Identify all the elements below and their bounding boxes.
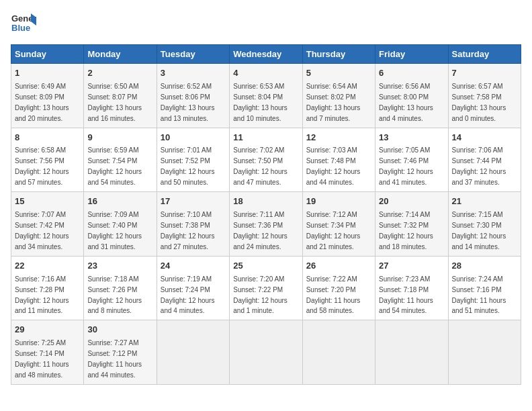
- calendar-cell: [157, 320, 229, 385]
- calendar-cell: 10 Sunrise: 7:01 AM Sunset: 7:52 PM Dayl…: [157, 128, 229, 192]
- calendar-cell: 3 Sunrise: 6:52 AM Sunset: 8:06 PM Dayli…: [157, 64, 229, 128]
- daylight: Daylight: 13 hours and 4 minutes.: [379, 104, 433, 122]
- calendar-cell: 1 Sunrise: 6:49 AM Sunset: 8:09 PM Dayli…: [11, 64, 84, 128]
- day-number: 20: [379, 195, 444, 208]
- sunrise: Sunrise: 6:50 AM: [87, 83, 138, 90]
- sunrise: Sunrise: 6:52 AM: [161, 83, 212, 90]
- sunset: Sunset: 7:14 PM: [15, 350, 64, 357]
- header-cell-friday: Friday: [375, 45, 448, 64]
- daylight: Daylight: 12 hours and 41 minutes.: [379, 168, 433, 186]
- daylight: Daylight: 12 hours and 8 minutes.: [87, 297, 142, 315]
- calendar-week-2: 8 Sunrise: 6:58 AM Sunset: 7:56 PM Dayli…: [11, 128, 521, 192]
- daylight: Daylight: 13 hours and 13 minutes.: [161, 104, 215, 122]
- daylight: Daylight: 11 hours and 58 minutes.: [306, 297, 361, 315]
- calendar-cell: 30 Sunrise: 7:27 AM Sunset: 7:12 PM Dayl…: [84, 320, 157, 385]
- sunset: Sunset: 8:07 PM: [87, 93, 137, 101]
- daylight: Daylight: 12 hours and 34 minutes.: [15, 232, 69, 250]
- calendar-week-4: 22 Sunrise: 7:16 AM Sunset: 7:28 PM Dayl…: [11, 256, 521, 320]
- calendar-cell: 22 Sunrise: 7:16 AM Sunset: 7:28 PM Dayl…: [11, 256, 84, 320]
- sunset: Sunset: 7:22 PM: [233, 286, 283, 293]
- calendar-cell: 17 Sunrise: 7:10 AM Sunset: 7:38 PM Dayl…: [157, 192, 229, 257]
- sunrise: Sunrise: 7:27 AM: [87, 339, 138, 347]
- sunrise: Sunrise: 7:12 AM: [306, 211, 357, 218]
- daylight: Daylight: 12 hours and 54 minutes.: [87, 168, 142, 186]
- sunset: Sunset: 7:52 PM: [161, 157, 210, 165]
- sunset: Sunset: 7:46 PM: [379, 157, 429, 165]
- header-cell-tuesday: Tuesday: [157, 45, 229, 64]
- calendar-cell: 8 Sunrise: 6:58 AM Sunset: 7:56 PM Dayli…: [11, 128, 84, 192]
- sunset: Sunset: 7:28 PM: [15, 286, 64, 293]
- day-number: 22: [15, 260, 80, 273]
- sunset: Sunset: 7:26 PM: [87, 286, 137, 293]
- header-cell-thursday: Thursday: [302, 45, 375, 64]
- day-number: 24: [161, 260, 226, 273]
- sunrise: Sunrise: 7:22 AM: [306, 275, 357, 283]
- sunrise: Sunrise: 7:14 AM: [379, 211, 430, 218]
- daylight: Daylight: 12 hours and 31 minutes.: [87, 232, 142, 250]
- sunset: Sunset: 7:24 PM: [161, 286, 210, 293]
- calendar-cell: 24 Sunrise: 7:19 AM Sunset: 7:24 PM Dayl…: [157, 256, 229, 320]
- day-number: 4: [233, 67, 298, 80]
- day-number: 28: [452, 260, 517, 273]
- sunset: Sunset: 7:34 PM: [306, 222, 356, 229]
- sunrise: Sunrise: 6:53 AM: [233, 83, 284, 90]
- sunrise: Sunrise: 7:18 AM: [87, 275, 138, 283]
- daylight: Daylight: 12 hours and 18 minutes.: [379, 232, 433, 250]
- sunset: Sunset: 7:44 PM: [452, 157, 502, 165]
- sunset: Sunset: 7:38 PM: [161, 222, 210, 229]
- header-cell-saturday: Saturday: [448, 45, 521, 64]
- daylight: Daylight: 13 hours and 10 minutes.: [233, 104, 287, 122]
- calendar-cell: 20 Sunrise: 7:14 AM Sunset: 7:32 PM Dayl…: [375, 192, 448, 257]
- day-number: 18: [233, 195, 298, 208]
- sunrise: Sunrise: 7:20 AM: [233, 275, 284, 283]
- sunrise: Sunrise: 7:03 AM: [306, 146, 357, 154]
- day-number: 25: [233, 260, 298, 273]
- sunrise: Sunrise: 7:19 AM: [161, 275, 212, 283]
- daylight: Daylight: 12 hours and 4 minutes.: [161, 297, 215, 315]
- calendar-cell: 19 Sunrise: 7:12 AM Sunset: 7:34 PM Dayl…: [302, 192, 375, 257]
- calendar-cell: 5 Sunrise: 6:54 AM Sunset: 8:02 PM Dayli…: [302, 64, 375, 128]
- daylight: Daylight: 12 hours and 21 minutes.: [306, 232, 361, 250]
- calendar-cell: 29 Sunrise: 7:25 AM Sunset: 7:14 PM Dayl…: [11, 320, 84, 385]
- sunrise: Sunrise: 7:05 AM: [379, 146, 430, 154]
- day-number: 17: [161, 195, 226, 208]
- daylight: Daylight: 12 hours and 11 minutes.: [15, 297, 69, 315]
- day-number: 3: [161, 67, 226, 80]
- daylight: Daylight: 11 hours and 54 minutes.: [379, 297, 433, 315]
- day-number: 26: [306, 260, 371, 273]
- calendar-cell: [302, 320, 375, 385]
- header-cell-monday: Monday: [84, 45, 157, 64]
- header-cell-wednesday: Wednesday: [230, 45, 302, 64]
- sunrise: Sunrise: 7:23 AM: [379, 275, 430, 283]
- calendar-cell: 28 Sunrise: 7:24 AM Sunset: 7:16 PM Dayl…: [448, 256, 521, 320]
- day-number: 29: [15, 324, 80, 336]
- daylight: Daylight: 13 hours and 16 minutes.: [87, 104, 142, 122]
- day-number: 7: [452, 67, 517, 80]
- calendar-cell: [375, 320, 448, 385]
- sunrise: Sunrise: 7:07 AM: [15, 211, 66, 218]
- sunrise: Sunrise: 7:01 AM: [161, 146, 212, 154]
- calendar-cell: 12 Sunrise: 7:03 AM Sunset: 7:48 PM Dayl…: [302, 128, 375, 192]
- sunset: Sunset: 8:09 PM: [15, 93, 64, 101]
- day-number: 23: [87, 260, 152, 273]
- sunset: Sunset: 8:00 PM: [379, 93, 429, 101]
- day-number: 21: [452, 195, 517, 208]
- daylight: Daylight: 13 hours and 0 minutes.: [452, 104, 506, 122]
- calendar-cell: 18 Sunrise: 7:11 AM Sunset: 7:36 PM Dayl…: [230, 192, 302, 257]
- sunset: Sunset: 7:58 PM: [452, 93, 502, 101]
- sunset: Sunset: 8:06 PM: [161, 93, 210, 101]
- daylight: Daylight: 11 hours and 44 minutes.: [87, 361, 142, 379]
- sunrise: Sunrise: 7:09 AM: [87, 211, 138, 218]
- day-number: 13: [379, 132, 444, 144]
- calendar-cell: 13 Sunrise: 7:05 AM Sunset: 7:46 PM Dayl…: [375, 128, 448, 192]
- day-number: 30: [87, 324, 152, 336]
- sunrise: Sunrise: 6:57 AM: [452, 83, 503, 90]
- day-number: 15: [15, 195, 80, 208]
- day-number: 14: [452, 132, 517, 144]
- calendar-cell: 23 Sunrise: 7:18 AM Sunset: 7:26 PM Dayl…: [84, 256, 157, 320]
- day-number: 12: [306, 132, 371, 144]
- daylight: Daylight: 12 hours and 24 minutes.: [233, 232, 287, 250]
- sunset: Sunset: 7:18 PM: [379, 286, 429, 293]
- calendar-cell: 14 Sunrise: 7:06 AM Sunset: 7:44 PM Dayl…: [448, 128, 521, 192]
- calendar-cell: 26 Sunrise: 7:22 AM Sunset: 7:20 PM Dayl…: [302, 256, 375, 320]
